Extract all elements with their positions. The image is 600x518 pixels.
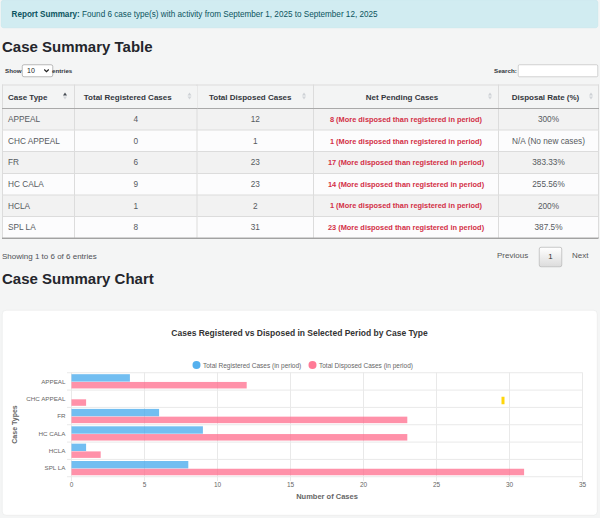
svg-text:30: 30 [506, 481, 514, 488]
svg-text:Case Types: Case Types [11, 405, 19, 443]
svg-text:CHC APPEAL: CHC APPEAL [26, 395, 66, 402]
svg-text:0: 0 [70, 481, 74, 488]
svg-text:HCLA: HCLA [49, 447, 67, 454]
svg-text:APPEAL: APPEAL [41, 378, 66, 385]
svg-text:Total Registered Cases (in per: Total Registered Cases (in period) [203, 362, 301, 370]
svg-text:FR: FR [57, 412, 66, 419]
svg-text:10: 10 [214, 481, 222, 488]
svg-text:Number of Cases: Number of Cases [296, 492, 358, 501]
svg-text:Total Disposed Cases (in perio: Total Disposed Cases (in period) [319, 362, 413, 370]
svg-text:SPL LA: SPL LA [45, 464, 67, 471]
svg-text:25: 25 [433, 481, 441, 488]
svg-text:HC CALA: HC CALA [38, 430, 66, 437]
svg-text:20: 20 [360, 481, 368, 488]
svg-text:15: 15 [287, 481, 295, 488]
svg-text:Cases Registered vs Disposed i: Cases Registered vs Disposed in Selected… [171, 328, 428, 338]
svg-text:35: 35 [579, 481, 587, 488]
svg-text:5: 5 [143, 481, 147, 488]
